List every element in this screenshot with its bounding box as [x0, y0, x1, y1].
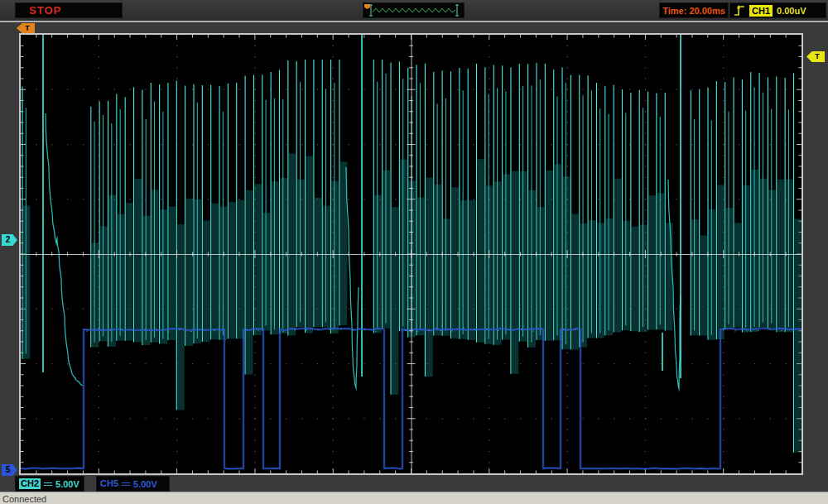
- timebase-panel[interactable]: Time: 20.00ms: [659, 2, 729, 18]
- timebase-readout: Time: 20.00ms: [662, 6, 725, 16]
- ch2-badge[interactable]: CH2: [19, 478, 41, 489]
- ch5-badge[interactable]: CH5: [100, 478, 118, 489]
- ch5-position-marker-label: 5: [6, 466, 11, 474]
- trigger-level-marker-label: T: [815, 53, 820, 60]
- preview-waveform: [363, 3, 464, 17]
- ch2-volts-per-div: 5.00V: [55, 479, 79, 489]
- trigger-level-marker[interactable]: T: [806, 51, 825, 62]
- toolbar-divider: [0, 21, 828, 22]
- ch5-dc-coupling-icon: [122, 482, 130, 486]
- stop-status-label: STOP: [29, 4, 61, 17]
- trigger-time-marker[interactable]: T: [17, 23, 35, 33]
- ch5-settings-panel[interactable]: CH5 5.00V: [96, 476, 170, 492]
- ch5-volts-per-div: 5.00V: [133, 479, 157, 489]
- horizontal-position-preview[interactable]: [363, 2, 465, 18]
- trigger-time-marker-label: T: [25, 25, 30, 32]
- ch5-position-marker[interactable]: 5: [2, 464, 17, 476]
- ch2-position-marker-label: 2: [6, 236, 11, 244]
- waveform-canvas[interactable]: [21, 35, 802, 473]
- ch2-settings-panel[interactable]: CH2 5.00V: [15, 476, 84, 492]
- preview-wave-icon: [373, 8, 455, 12]
- acquisition-status-panel[interactable]: STOP: [15, 2, 123, 18]
- preview-right-bracket-icon: [455, 5, 459, 16]
- trigger-level-readout: 0.00uV: [777, 6, 806, 16]
- connection-status: Connected: [2, 494, 46, 504]
- rising-edge-trigger-icon: [734, 4, 745, 17]
- trigger-panel[interactable]: CH1 0.00uV: [729, 2, 826, 18]
- trigger-source-badge[interactable]: CH1: [749, 5, 773, 17]
- preview-trigger-marker-icon: [364, 4, 370, 9]
- toolbar: STOP Time: 20.00ms CH1 0.00uV: [0, 0, 828, 21]
- ch2-dc-coupling-icon: [44, 482, 52, 486]
- scope-display[interactable]: [19, 33, 803, 475]
- ch2-position-marker[interactable]: 2: [2, 234, 17, 246]
- status-bar: Connected: [0, 492, 828, 504]
